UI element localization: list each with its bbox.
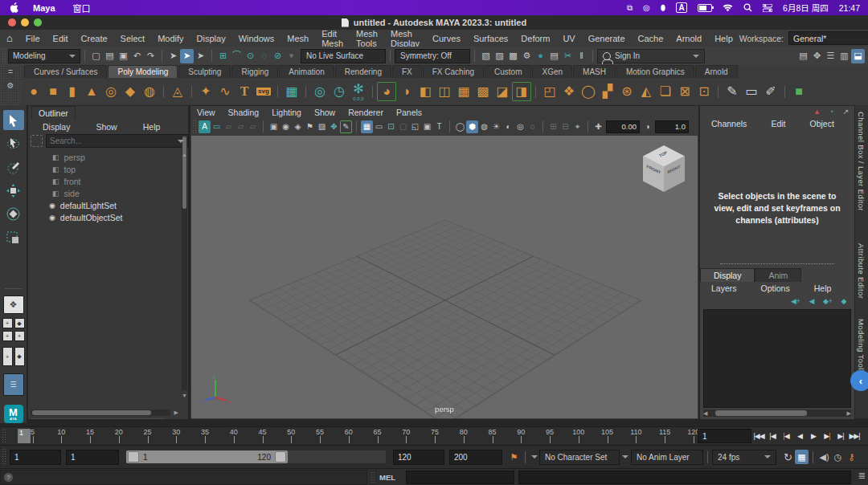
target-weld-icon[interactable]: ⊡: [694, 82, 714, 101]
boolean-tool-icon[interactable]: ▦: [282, 82, 301, 101]
shelf-tab-rendering[interactable]: Rendering: [335, 65, 391, 78]
separate-icon[interactable]: ❏: [656, 82, 675, 101]
step-forward-frame-button[interactable]: ▶|: [834, 430, 847, 442]
outliner-menu-help[interactable]: Help: [137, 122, 167, 132]
range-slider-track[interactable]: 1 120: [125, 450, 387, 464]
grip[interactable]: [371, 471, 375, 483]
poly-sphere-icon[interactable]: ●: [24, 82, 43, 101]
snap-projected-center-icon[interactable]: ◌: [257, 49, 271, 63]
wifi-icon[interactable]: [723, 2, 733, 14]
divider[interactable]: [162, 50, 162, 62]
range-start-handle[interactable]: [128, 451, 139, 463]
search-filter-caret[interactable]: [178, 140, 184, 143]
wireframe-icon[interactable]: ◯: [454, 120, 466, 133]
quad-draw-icon[interactable]: ◑: [396, 82, 416, 101]
home-icon[interactable]: ⌂: [6, 32, 13, 44]
shelf-tab-rigging[interactable]: Rigging: [231, 65, 278, 78]
time-slider-track[interactable]: 1 51015202530354045505560657075808590951…: [8, 427, 693, 445]
xyz-axis-icon[interactable]: ▲: [812, 107, 822, 117]
menu-arnold[interactable]: Arnold: [669, 34, 708, 43]
create-layer-selected-icon[interactable]: ◆+: [822, 296, 833, 307]
menu-mesh[interactable]: Mesh: [280, 34, 315, 43]
channel-box-menu-edit[interactable]: Edit: [764, 119, 792, 128]
smooth-shade-icon[interactable]: ⬢: [466, 120, 478, 133]
layout-persp-outliner-button[interactable]: ◆: [14, 318, 25, 328]
menu-windows[interactable]: Windows: [232, 34, 281, 43]
pause-icon[interactable]: ‖: [575, 49, 588, 63]
outliner-menu-display[interactable]: Display: [36, 122, 76, 132]
move-layer-down-icon[interactable]: ◀: [806, 296, 817, 307]
menu-surfaces[interactable]: Surfaces: [467, 34, 514, 43]
resolution-gate-icon[interactable]: ⊡: [385, 120, 397, 133]
viewport-menu-panels[interactable]: Panels: [390, 108, 428, 117]
context-pen-icon[interactable]: ✎: [340, 120, 352, 133]
snap-view-plane-icon[interactable]: ⊘: [271, 49, 285, 63]
character-set-caret[interactable]: [531, 455, 538, 459]
symmetry-field[interactable]: Symmetry: Off: [395, 49, 470, 63]
menu-edit[interactable]: Edit: [47, 34, 75, 43]
maya-logo[interactable]: MAYA: [4, 405, 23, 423]
layout-tall-split-button[interactable]: ◆: [14, 347, 25, 366]
shape-icon[interactable]: ⬮: [661, 2, 665, 14]
connect-tool-icon[interactable]: ◫: [435, 82, 454, 101]
playback-range-bar[interactable]: 1 120: [126, 450, 288, 463]
control-center-icon[interactable]: [763, 2, 772, 14]
shelf-tab-motion-graphics[interactable]: Motion Graphics: [616, 65, 694, 78]
create-empty-layer-icon[interactable]: ◆: [838, 296, 850, 307]
menu-cache[interactable]: Cache: [632, 34, 670, 43]
auto-key-icon[interactable]: ⚷: [845, 450, 858, 464]
move-tool[interactable]: [3, 181, 24, 201]
current-time-marker[interactable]: 1: [18, 429, 31, 443]
viewport-layout-icon[interactable]: ▭: [211, 120, 223, 133]
macos-app-name[interactable]: Maya: [33, 3, 55, 13]
time-editor-icon[interactable]: ◷: [831, 450, 845, 464]
select-component-icon[interactable]: ➤: [194, 49, 207, 63]
live-surface-field[interactable]: No Live Surface: [301, 49, 386, 63]
grid-fill-icon[interactable]: ▦: [454, 82, 473, 101]
channel-box-menu-channels[interactable]: Channels: [705, 119, 753, 128]
select-appearance-icon[interactable]: A: [199, 120, 211, 133]
sign-in-button[interactable]: Sign In: [597, 49, 705, 63]
textured-icon[interactable]: ◍: [478, 120, 490, 133]
pan-zoom-icon[interactable]: ✥: [328, 120, 340, 133]
extrude-icon[interactable]: ◰: [540, 82, 559, 101]
poly-torus-icon[interactable]: ◎: [101, 82, 121, 101]
render-view-icon[interactable]: ▧: [479, 49, 493, 63]
modeling-toolkit-toggle-icon[interactable]: ⬓: [851, 49, 865, 63]
snap-point-icon[interactable]: ⊙: [244, 49, 257, 63]
menu-mesh-display[interactable]: Mesh Display: [384, 29, 426, 48]
fps-dropdown[interactable]: 24 fps: [712, 450, 776, 465]
collapse-panel-button[interactable]: ‹: [850, 370, 868, 391]
exposure-icon[interactable]: ✚: [592, 120, 604, 133]
battery-icon[interactable]: [698, 4, 712, 12]
render-settings-icon[interactable]: ⚙: [520, 49, 534, 63]
speed-gauge-icon[interactable]: ◔: [826, 107, 837, 117]
outliner-item-top[interactable]: ◧top: [28, 163, 182, 175]
construction-plane-icon[interactable]: ◎: [310, 82, 330, 101]
divider[interactable]: [84, 50, 85, 62]
lasso-tool[interactable]: [3, 133, 24, 153]
scale-tool[interactable]: [3, 228, 24, 248]
camera-select-icon[interactable]: ▣: [268, 120, 280, 133]
camera-attributes-icon[interactable]: ◉: [280, 120, 292, 133]
shelf-tab-arnold[interactable]: Arnold: [695, 65, 738, 78]
edit-boundary-icon[interactable]: ▭: [742, 82, 761, 101]
workspace-select[interactable]: General*: [788, 31, 868, 45]
smooth-icon[interactable]: ◯: [579, 82, 598, 101]
select-object-icon[interactable]: ➤: [180, 49, 194, 63]
launch-render-icon[interactable]: ▤: [547, 49, 561, 63]
new-scene-icon[interactable]: ▢: [89, 49, 103, 63]
anim-layer-dropdown[interactable]: No Anim Layer: [631, 450, 703, 465]
divider[interactable]: [390, 50, 391, 62]
render-current-frame-icon[interactable]: ▨: [493, 49, 506, 63]
film-gate-icon[interactable]: ▭: [373, 120, 385, 133]
view-axis-icon[interactable]: ▱: [247, 120, 259, 133]
lock-camera-icon[interactable]: ▱: [223, 120, 235, 133]
step-forward-key-button[interactable]: ▶|: [821, 430, 833, 442]
command-input[interactable]: [406, 471, 514, 484]
menu-deform[interactable]: Deform: [514, 34, 556, 43]
viewport-menu-show[interactable]: Show: [308, 108, 342, 117]
add-divisions-icon[interactable]: ▞: [598, 82, 617, 101]
camera-bookmark-icon[interactable]: ◈: [292, 120, 304, 133]
layout-two-side-button[interactable]: +: [2, 331, 13, 341]
